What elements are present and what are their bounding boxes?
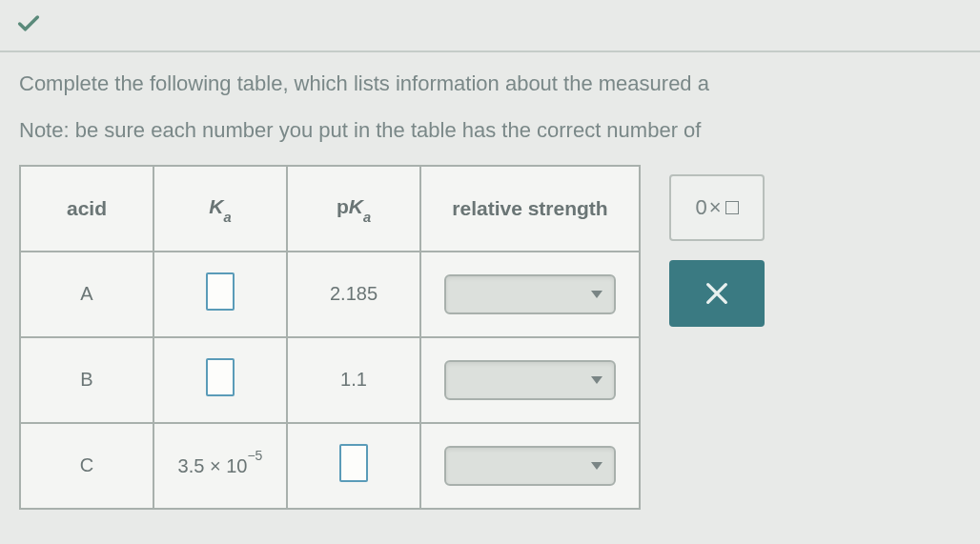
header-strength: relative strength <box>420 166 640 252</box>
strength-dropdown-a[interactable] <box>444 274 616 314</box>
acid-label: B <box>20 337 153 423</box>
ka-cell: 3.5 × 10−5 <box>153 423 287 509</box>
pka-cell: 2.185 <box>287 252 420 337</box>
ka-input-b[interactable] <box>206 358 235 396</box>
close-icon <box>702 278 732 309</box>
checkmark-icon <box>10 5 48 43</box>
chevron-down-icon <box>589 374 604 386</box>
strength-dropdown-b[interactable] <box>444 360 616 400</box>
table-row: B 1.1 <box>20 337 640 423</box>
instruction-line-2: Note: be sure each number you put in the… <box>19 116 961 146</box>
svg-marker-2 <box>591 462 602 470</box>
acid-label: C <box>20 423 153 509</box>
pka-input-c[interactable] <box>339 444 368 482</box>
ka-cell <box>153 337 287 423</box>
strength-dropdown-c[interactable] <box>444 446 616 486</box>
ka-cell <box>153 252 287 337</box>
table-row: C 3.5 × 10−5 <box>20 423 640 509</box>
pka-cell: 1.1 <box>287 337 420 423</box>
header-pka: pKa <box>287 166 420 252</box>
acid-table: acid Ka pKa relative strength A 2.1 <box>19 165 641 510</box>
instruction-line-1: Complete the following table, which list… <box>19 70 961 99</box>
chevron-down-icon <box>589 289 604 300</box>
ka-input-a[interactable] <box>206 272 235 311</box>
table-header-row: acid Ka pKa relative strength <box>20 166 640 252</box>
table-row: A 2.185 <box>20 252 640 337</box>
scientific-notation-button[interactable]: 0× <box>669 174 765 241</box>
header-ka: Ka <box>153 166 287 252</box>
strength-cell <box>420 337 640 423</box>
pka-cell <box>287 423 420 509</box>
divider <box>0 50 980 52</box>
acid-label: A <box>20 252 153 337</box>
close-button[interactable] <box>669 260 765 327</box>
svg-marker-0 <box>591 291 602 298</box>
chevron-down-icon <box>589 460 604 472</box>
svg-marker-1 <box>591 376 602 384</box>
strength-cell <box>420 252 640 337</box>
strength-cell <box>420 423 640 509</box>
header-acid: acid <box>20 166 153 252</box>
